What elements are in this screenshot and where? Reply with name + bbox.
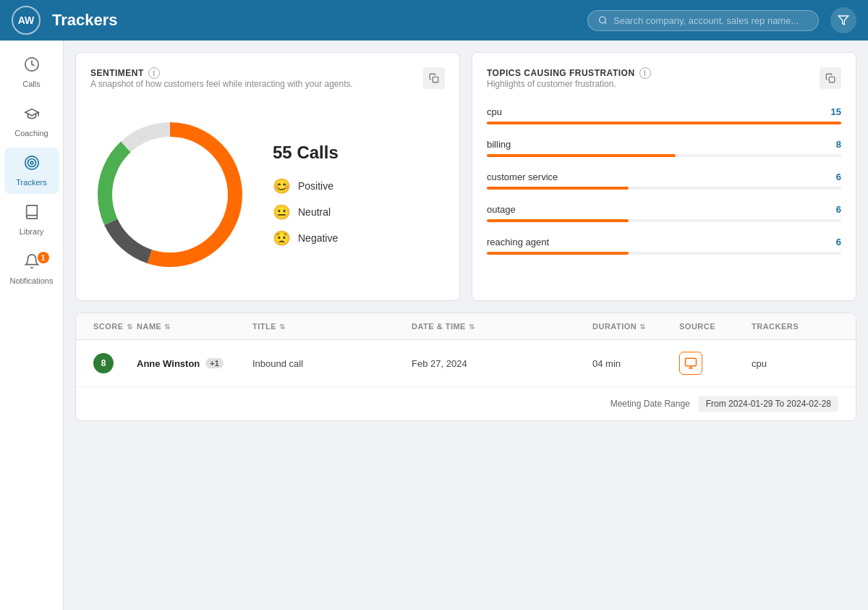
topic-bar-bg [487,219,841,222]
score-badge: 8 [93,353,114,373]
date-range-label: Meeting Date Range [610,399,690,409]
topic-name: outage [487,204,516,215]
sentiment-card: SENTIMENT i A snapshot of how customers … [75,52,460,301]
col-datetime: DATE & TIME ⇅ [412,322,592,331]
sort-datetime-icon[interactable]: ⇅ [469,323,475,331]
topics-list: cpu 15 billing 8 customer service 6 outa… [487,106,841,255]
filter-button[interactable] [830,7,856,33]
coaching-icon [24,106,40,126]
topic-bar-bg [487,187,841,190]
search-icon [598,15,608,25]
page-title: Trackers [52,11,576,30]
sentiment-info-icon[interactable]: i [148,67,160,79]
sort-name-icon[interactable]: ⇅ [164,323,171,331]
svg-point-4 [27,159,35,167]
sort-score-icon[interactable]: ⇅ [127,323,133,331]
app-logo: AW [12,6,41,35]
topic-bar [487,252,629,255]
trackers-cell: cpu [752,358,838,369]
positive-icon: 😊 [273,177,291,195]
svg-point-5 [30,161,33,164]
duration-cell: 04 min [592,358,679,369]
datetime-cell: Feb 27, 2024 [412,358,592,369]
col-duration: DURATION ⇅ [592,322,679,331]
sentiment-subtitle: A snapshot of how customers feel while i… [90,79,353,89]
sentiment-copy-button[interactable] [423,67,445,89]
sidebar: Calls Coaching Trackers [0,41,64,610]
sidebar-coaching-label: Coaching [14,129,48,137]
topic-bar [487,219,629,222]
cards-row: SENTIMENT i A snapshot of how customers … [75,52,856,301]
score-cell: 8 [93,353,137,373]
frustration-card: TOPICS CAUSING FRUSTRATION i Highlights … [472,52,856,301]
main-content: SENTIMENT i A snapshot of how customers … [64,41,868,610]
col-name: NAME ⇅ [137,322,252,331]
topic-count: 6 [836,204,841,215]
agent-name[interactable]: Anne Winston [137,358,200,369]
search-bar [587,10,819,31]
date-range-value: From 2024-01-29 To 2024-02-28 [699,396,838,412]
library-icon [24,204,40,224]
topic-bar [487,187,629,190]
sidebar-item-coaching[interactable]: Coaching [4,98,59,145]
copy-icon [429,73,439,83]
frustration-copy-button[interactable] [820,67,841,89]
topic-count: 6 [836,237,841,247]
col-source: SOURCE [679,322,752,331]
topic-item: cpu 15 [487,106,841,124]
topic-bar-bg [487,154,841,157]
topic-item: reaching agent 6 [487,237,841,255]
sort-duration-icon[interactable]: ⇅ [639,323,646,331]
notification-badge: 1 [38,252,49,263]
sidebar-item-library[interactable]: Library [4,197,59,243]
sidebar-item-trackers[interactable]: Trackers [4,148,59,194]
source-icon [679,352,702,375]
calls-icon [24,56,40,77]
title-cell: Inbound call [252,358,412,369]
sidebar-library-label: Library [20,227,44,236]
donut-chart [90,115,250,274]
svg-point-3 [25,156,38,169]
svg-marker-1 [838,16,848,25]
sidebar-calls-label: Calls [22,80,40,88]
topic-item: outage 6 [487,204,841,222]
legend-positive: 😊 Positive [273,177,339,195]
topic-name: reaching agent [487,237,549,247]
topic-name: billing [487,139,511,150]
topic-bar [487,154,676,157]
frustration-info-icon[interactable]: i [639,67,651,79]
search-input[interactable] [613,15,808,26]
copy-icon-2 [825,73,835,83]
sort-title-icon[interactable]: ⇅ [279,323,286,331]
donut-svg [90,115,250,274]
topic-item: billing 8 [487,139,841,157]
neutral-icon: 😐 [273,203,291,221]
legend-negative: 😟 Negative [273,229,339,247]
svg-rect-6 [433,77,438,82]
name-cell: Anne Winston +1 [137,358,252,369]
col-score: SCORE ⇅ [93,322,137,331]
sidebar-notifications-label: Notifications [10,276,54,285]
svg-rect-14 [686,358,697,366]
frustration-subtitle: Highlights of customer frustration. [487,79,651,89]
sidebar-item-notifications[interactable]: 1 Notifications [4,246,59,292]
negative-icon: 😟 [273,229,291,247]
svg-rect-13 [829,77,835,82]
legend-neutral: 😐 Neutral [273,203,339,221]
sidebar-trackers-label: Trackers [16,178,46,187]
topic-bar-bg [487,252,841,255]
topic-count: 15 [831,106,841,117]
topic-bar-bg [487,122,841,124]
svg-point-0 [600,17,606,23]
calls-count: 55 Calls [273,143,339,163]
col-title: TITLE ⇅ [252,322,412,331]
source-cell [679,352,752,375]
date-range-row: Meeting Date Range From 2024-01-29 To 20… [76,387,856,420]
sidebar-item-calls[interactable]: Calls [4,49,59,96]
trackers-icon [24,155,40,175]
donut-area: 55 Calls 😊 Positive 😐 Neutral 😟 Neg [90,103,445,286]
extra-badge: +1 [205,358,224,368]
table-card: SCORE ⇅ NAME ⇅ TITLE ⇅ DATE & TIME ⇅ DUR… [75,313,856,421]
sentiment-title: SENTIMENT i [90,67,353,79]
filter-icon [838,14,849,26]
